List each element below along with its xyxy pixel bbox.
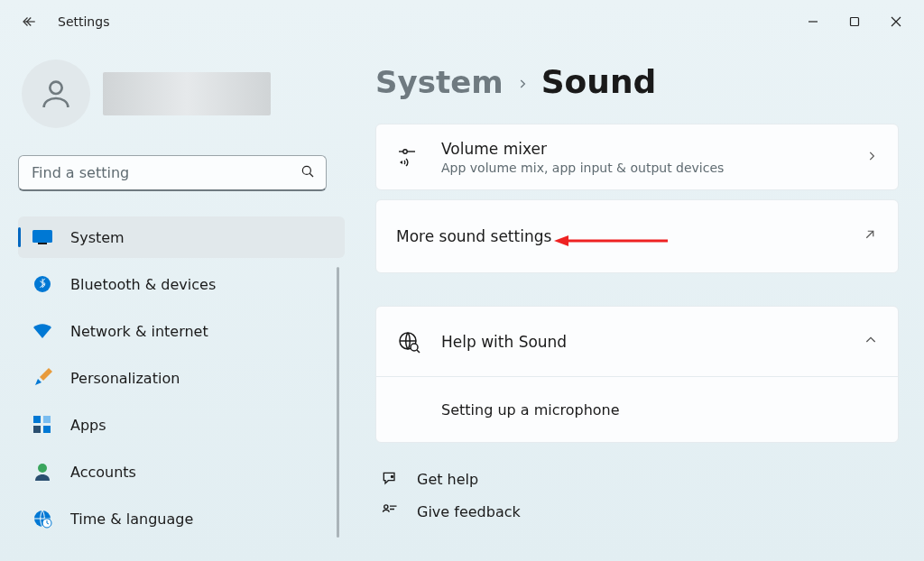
svg-rect-3 — [32, 230, 52, 243]
get-help-label: Get help — [417, 471, 478, 488]
mixer-icon — [396, 147, 421, 167]
nav-item-label: System — [70, 229, 125, 246]
maximize-icon — [849, 16, 860, 27]
sidebar: System Bluetooth & devices Network & int… — [0, 43, 352, 561]
give-feedback-link[interactable]: Give feedback — [379, 502, 899, 520]
nav-item-label: Apps — [70, 417, 106, 434]
get-help-link[interactable]: Get help — [379, 470, 899, 488]
help-title: Help with Sound — [441, 333, 567, 351]
titlebar: Settings — [0, 0, 924, 43]
paintbrush-icon — [32, 368, 52, 388]
globe-search-icon — [396, 330, 421, 354]
arrow-left-icon — [21, 14, 37, 30]
external-link-icon — [862, 226, 878, 246]
nav-item-label: Bluetooth & devices — [70, 276, 216, 293]
nav-item-label: Time & language — [70, 510, 193, 528]
profile-block[interactable] — [18, 60, 345, 128]
help-item-microphone[interactable]: Setting up a microphone — [376, 377, 898, 442]
breadcrumb-parent[interactable]: System — [375, 64, 504, 100]
sidebar-scrollbar[interactable] — [337, 267, 339, 538]
svg-point-10 — [38, 464, 47, 473]
nav-item-bluetooth[interactable]: Bluetooth & devices — [18, 263, 345, 305]
minimize-button[interactable] — [792, 4, 834, 40]
nav-item-label: Personalization — [70, 370, 180, 387]
card-help-with-sound: Help with Sound Setting up a microphone — [375, 306, 899, 443]
nav-item-label: Accounts — [70, 464, 136, 481]
person-icon — [38, 76, 74, 112]
close-icon — [891, 16, 901, 27]
window-controls — [792, 4, 917, 40]
globe-clock-icon — [32, 509, 52, 529]
back-button[interactable] — [16, 9, 42, 34]
help-icon — [379, 470, 401, 488]
svg-rect-9 — [43, 426, 51, 433]
nav-item-label: Network & internet — [70, 323, 208, 340]
nav-item-accounts[interactable]: Accounts — [18, 451, 345, 492]
svg-point-18 — [384, 505, 388, 509]
card-title: More sound settings — [396, 227, 842, 245]
svg-point-2 — [302, 166, 310, 174]
search-icon — [300, 163, 316, 183]
close-button[interactable] — [875, 4, 917, 40]
card-subtitle: App volume mix, app input & output devic… — [441, 161, 845, 175]
search-field[interactable] — [18, 155, 327, 191]
nav-item-time-language[interactable]: Time & language — [18, 498, 345, 539]
svg-rect-7 — [43, 416, 51, 423]
wifi-icon — [32, 321, 52, 341]
svg-rect-0 — [851, 18, 859, 26]
nav-list: System Bluetooth & devices Network & int… — [18, 216, 345, 539]
help-header[interactable]: Help with Sound — [376, 307, 898, 377]
card-title: Volume mixer — [441, 140, 845, 158]
card-volume-mixer[interactable]: Volume mixer App volume mix, app input &… — [375, 124, 899, 190]
footer-links: Get help Give feedback — [375, 470, 899, 520]
nav-item-system[interactable]: System — [18, 216, 345, 258]
chevron-right-icon — [865, 149, 878, 166]
nav-item-personalization[interactable]: Personalization — [18, 357, 345, 399]
account-icon — [32, 462, 52, 482]
svg-point-13 — [403, 150, 407, 153]
monitor-icon — [32, 227, 52, 247]
breadcrumb: System Sound — [375, 63, 899, 100]
feedback-icon — [379, 502, 401, 520]
svg-rect-8 — [33, 426, 41, 433]
profile-name-redacted — [103, 72, 271, 115]
svg-rect-4 — [38, 243, 47, 244]
nav-item-apps[interactable]: Apps — [18, 404, 345, 446]
avatar — [22, 60, 90, 128]
content-area: System Sound Volume mixer App volume mix… — [352, 43, 924, 561]
breadcrumb-current: Sound — [541, 63, 657, 100]
svg-rect-6 — [33, 416, 41, 423]
svg-point-1 — [50, 82, 61, 94]
minimize-icon — [808, 16, 818, 27]
help-item-label: Setting up a microphone — [441, 401, 620, 418]
svg-point-16 — [411, 344, 418, 351]
chevron-up-icon — [864, 333, 878, 351]
window-title: Settings — [58, 14, 109, 29]
maximize-button[interactable] — [834, 4, 875, 40]
apps-icon — [32, 415, 52, 435]
chevron-right-icon — [516, 72, 529, 95]
nav-item-network[interactable]: Network & internet — [18, 310, 345, 352]
bluetooth-icon — [32, 274, 52, 294]
give-feedback-label: Give feedback — [417, 503, 521, 520]
search-input[interactable] — [18, 155, 327, 191]
card-more-sound-settings[interactable]: More sound settings — [375, 199, 899, 273]
